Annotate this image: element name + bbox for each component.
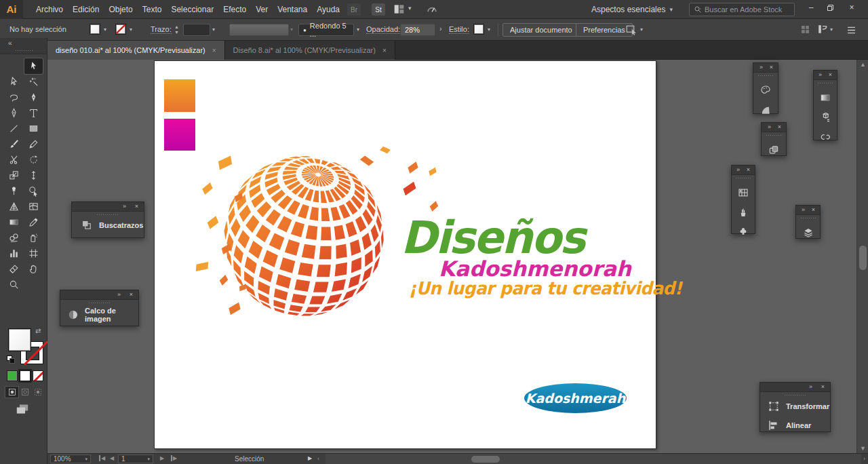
- first-artboard-icon[interactable]: ◀: [99, 455, 105, 461]
- chevron-down-icon[interactable]: ▾: [357, 26, 359, 33]
- artboard[interactable]: Diseños Kadoshmenorah ¡Un lugar para tu …: [154, 60, 656, 449]
- layers-icon[interactable]: [802, 226, 815, 239]
- tool-direct-selection[interactable]: [5, 74, 23, 90]
- fill-color-swatch[interactable]: [90, 24, 100, 35]
- asset-export-icon[interactable]: [818, 111, 832, 124]
- menu-seleccionar[interactable]: Seleccionar: [166, 0, 218, 19]
- tool-shape-builder[interactable]: [24, 183, 43, 199]
- tab-close-icon[interactable]: ×: [382, 47, 387, 54]
- close-icon[interactable]: ×: [821, 383, 825, 390]
- last-artboard-icon[interactable]: ▶: [171, 455, 177, 461]
- close-icon[interactable]: ×: [812, 206, 815, 213]
- preferences-button[interactable]: Preferencias: [576, 23, 633, 37]
- chevron-down-icon[interactable]: ▾: [408, 5, 412, 12]
- opacity-field[interactable]: 28%: [400, 24, 435, 36]
- close-icon[interactable]: ×: [829, 71, 832, 78]
- tool-line[interactable]: [5, 121, 23, 136]
- swatches-icon[interactable]: [736, 186, 750, 199]
- menu-texto[interactable]: Texto: [138, 0, 167, 19]
- menu-ayuda[interactable]: Ayuda: [312, 0, 344, 19]
- panel-header[interactable]: »×: [732, 166, 755, 175]
- tool-rectangle[interactable]: [24, 121, 43, 136]
- chevron-down-icon[interactable]: ▾: [104, 26, 106, 33]
- close-icon[interactable]: ×: [747, 166, 750, 173]
- panel-header[interactable]: »×: [814, 71, 837, 80]
- restore-button[interactable]: [821, 0, 839, 15]
- expand-panel-icon[interactable]: »: [736, 166, 740, 173]
- arrange-windows-icon[interactable]: [393, 4, 405, 17]
- menu-ver[interactable]: Ver: [251, 0, 273, 19]
- opacity-label[interactable]: Opacidad:: [366, 25, 400, 34]
- panel-grip[interactable]: [784, 394, 807, 397]
- menu-ventana[interactable]: Ventana: [273, 0, 312, 19]
- logo-subtitle[interactable]: Kadoshmenorah: [439, 256, 631, 281]
- panel-header[interactable]: » ×: [72, 202, 144, 212]
- tool-zoom[interactable]: [5, 277, 23, 292]
- tool-eyedropper[interactable]: [24, 214, 43, 230]
- logo-badge-ellipse[interactable]: Kadoshmerah: [524, 383, 627, 413]
- panel-menu-icon[interactable]: [846, 25, 856, 37]
- chevron-down-icon[interactable]: ▾: [640, 26, 643, 33]
- scroll-left-icon[interactable]: ‹: [317, 455, 319, 462]
- tool-perspective-grid[interactable]: [5, 199, 23, 214]
- tool-blend[interactable]: [5, 230, 23, 246]
- tool-lasso[interactable]: [5, 90, 23, 105]
- panel-header[interactable]: » ×: [760, 383, 830, 392]
- scroll-right-icon[interactable]: ›: [863, 455, 865, 462]
- panel-header[interactable]: »×: [762, 123, 786, 132]
- tool-curvature[interactable]: [5, 105, 23, 121]
- none-button[interactable]: [33, 370, 43, 381]
- close-button[interactable]: ×: [843, 0, 861, 15]
- panel-header[interactable]: »×: [796, 206, 820, 215]
- expand-panel-icon[interactable]: »: [768, 123, 771, 130]
- tool-symbol-sprayer[interactable]: [24, 230, 43, 246]
- vertical-scroll-thumb[interactable]: [859, 246, 867, 270]
- scroll-down-icon[interactable]: ▼: [857, 445, 868, 452]
- arrange-documents-icon[interactable]: [800, 24, 810, 37]
- tool-gradient[interactable]: [5, 214, 23, 230]
- previous-artboard-icon[interactable]: ◀: [110, 455, 114, 461]
- tool-puppet-warp[interactable]: [5, 183, 23, 199]
- tool-artboard[interactable]: [24, 246, 43, 261]
- vertical-scrollbar[interactable]: ▲ ▼: [856, 60, 868, 453]
- tool-column-graph[interactable]: [5, 246, 23, 261]
- expand-arrow-icon[interactable]: ›: [439, 24, 442, 33]
- tool-scale[interactable]: [5, 168, 23, 183]
- logo-tagline[interactable]: ¡Un lugar para tu creatividad!: [409, 278, 682, 298]
- fit-document-button[interactable]: Ajustar documento: [502, 23, 580, 37]
- brush-dropdown[interactable]: ● Redondo 5 ...: [298, 24, 354, 36]
- close-icon[interactable]: ×: [135, 203, 138, 210]
- expand-panel-icon[interactable]: »: [117, 291, 121, 298]
- tool-type[interactable]: [24, 105, 43, 121]
- stroke-width-stepper[interactable]: ▲▼: [174, 24, 179, 35]
- tool-mesh[interactable]: [24, 199, 43, 214]
- stroke-label[interactable]: Trazo:: [151, 25, 172, 34]
- document-tab-1[interactable]: diseño 010.ai* al 100% (CMYK/Previsualiz…: [47, 41, 225, 60]
- align-to-selection-icon[interactable]: [625, 24, 637, 38]
- draw-normal-button[interactable]: [5, 387, 18, 398]
- tool-hand[interactable]: [24, 261, 43, 277]
- close-icon[interactable]: ×: [770, 64, 773, 71]
- chevron-down-icon[interactable]: ▾: [212, 26, 215, 33]
- menu-edición[interactable]: Edición: [68, 0, 104, 19]
- close-icon[interactable]: ×: [130, 291, 133, 298]
- tool-width[interactable]: [24, 168, 43, 183]
- tool-selection[interactable]: [24, 58, 43, 74]
- expand-panel-icon[interactable]: »: [809, 383, 812, 390]
- panel-label[interactable]: Buscatrazos: [99, 221, 143, 229]
- chevron-down-icon[interactable]: ▾: [830, 26, 833, 33]
- next-artboard-icon[interactable]: ▶: [160, 455, 164, 461]
- panel-header[interactable]: » ×: [60, 290, 138, 300]
- menu-efecto[interactable]: Efecto: [218, 0, 251, 19]
- bridge-icon[interactable]: Br: [347, 3, 361, 16]
- status-expand-icon[interactable]: ▶: [308, 455, 312, 461]
- expand-panel-icon[interactable]: »: [802, 206, 805, 213]
- tool-rotate[interactable]: [24, 152, 43, 168]
- draw-inside-button[interactable]: [32, 387, 45, 398]
- transparency-icon[interactable]: [767, 143, 781, 157]
- tool-magic-wand[interactable]: [24, 74, 43, 90]
- chevron-down-icon[interactable]: ▾: [130, 26, 132, 33]
- tools-grip[interactable]: [15, 50, 33, 52]
- workspace-switcher[interactable]: Aspectos esenciales ▾: [591, 0, 673, 19]
- document-tab-2[interactable]: Diseño 8.ai* al 100% (CMYK/Previsualizar…: [225, 41, 395, 60]
